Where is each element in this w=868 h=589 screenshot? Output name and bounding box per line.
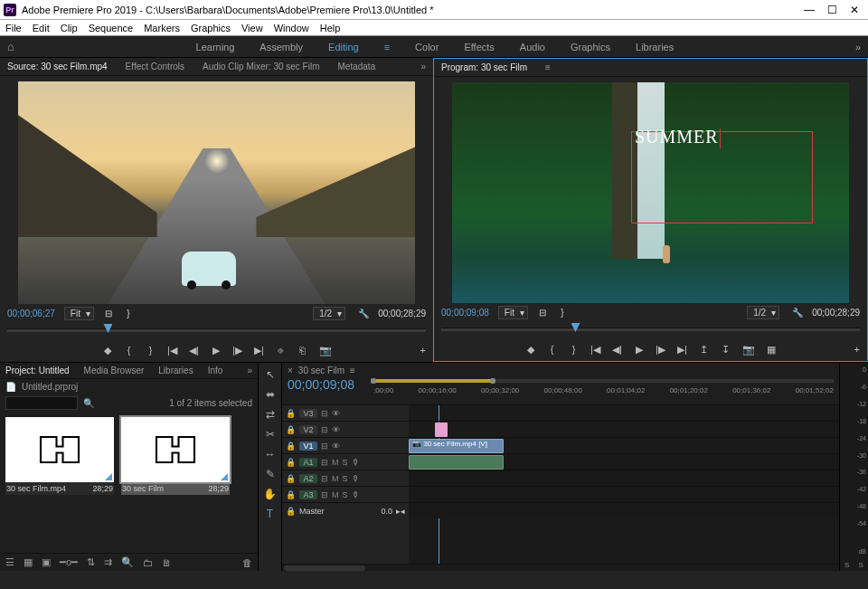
program-tab[interactable]: Program: 30 sec Film	[441, 62, 527, 72]
solo-left-button[interactable]: S	[844, 561, 849, 569]
button-editor-icon[interactable]: +	[854, 344, 860, 355]
search-icon[interactable]: 🔍	[83, 398, 94, 408]
menu-clip[interactable]: Clip	[61, 23, 78, 33]
mark-in-button[interactable]: {	[547, 344, 558, 355]
slip-tool-icon[interactable]: ↔	[265, 448, 276, 461]
sort-icon[interactable]: ⇅	[87, 556, 95, 568]
audio-clip[interactable]	[409, 455, 504, 470]
tab-info[interactable]: Info	[208, 366, 223, 375]
audio-track-header[interactable]: 🔒A1⊟MS🎙	[282, 453, 409, 470]
solo-right-button[interactable]: S	[859, 561, 863, 569]
title-text-overlay[interactable]: SUMMER	[635, 127, 721, 148]
delete-icon[interactable]: 🗑	[242, 557, 252, 568]
bin-item[interactable]: 30 sec Film.mp428;29	[5, 417, 114, 547]
export-frame-button[interactable]: 📷	[319, 345, 332, 356]
workspace-assembly[interactable]: Assembly	[259, 42, 303, 52]
go-to-out-button[interactable]: ▶|	[677, 344, 688, 356]
zoom-slider[interactable]: ━o━	[60, 556, 78, 568]
lift-button[interactable]: ↥	[699, 344, 710, 356]
ruler-icon[interactable]: ⊟	[537, 308, 548, 318]
find-icon[interactable]: 🔍	[121, 556, 134, 568]
workspace-libraries[interactable]: Libraries	[636, 42, 674, 52]
menu-sequence[interactable]: Sequence	[89, 23, 134, 33]
io-out-icon[interactable]: }	[557, 308, 568, 318]
workspace-overflow-icon[interactable]: »	[855, 42, 861, 52]
sequence-tab-menu-icon[interactable]: ≡	[350, 366, 355, 375]
menu-window[interactable]: Window	[274, 23, 309, 33]
extract-button[interactable]: ↧	[721, 344, 731, 356]
play-button[interactable]: ▶	[211, 345, 222, 356]
hand-tool-icon[interactable]: ✋	[263, 488, 277, 500]
program-scrubber[interactable]	[441, 321, 860, 337]
sequence-tab[interactable]: 30 sec Film	[298, 366, 344, 375]
export-frame-button[interactable]: 📷	[742, 344, 755, 356]
add-marker-button[interactable]: ◆	[102, 345, 113, 356]
new-bin-icon[interactable]: 🗀	[143, 557, 153, 568]
menu-help[interactable]: Help	[320, 23, 341, 33]
timeline-zoom-bar[interactable]	[373, 379, 834, 383]
panel-overflow-icon[interactable]: »	[420, 62, 426, 71]
menu-graphics[interactable]: Graphics	[191, 23, 231, 33]
tab-effect-controls[interactable]: Effect Controls	[126, 62, 184, 71]
workspace-effects[interactable]: Effects	[464, 42, 494, 52]
button-editor-icon[interactable]: +	[420, 345, 426, 356]
bin-item[interactable]: 30 sec Film28;29	[121, 417, 230, 547]
step-forward-button[interactable]: |▶	[656, 344, 666, 356]
ripple-edit-tool-icon[interactable]: ⇄	[266, 408, 275, 421]
icon-view-icon[interactable]: ▦	[24, 556, 33, 568]
graphic-clip[interactable]	[435, 423, 448, 437]
minimize-button[interactable]: —	[804, 4, 815, 16]
tab-metadata[interactable]: Metadata	[338, 62, 376, 71]
settings-icon[interactable]: 🔧	[792, 308, 803, 318]
step-back-button[interactable]: ◀|	[189, 345, 200, 356]
video-track-header[interactable]: 🔒V1⊟👁	[282, 437, 409, 453]
source-scrubber[interactable]	[7, 322, 426, 338]
workspace-editing[interactable]: Editing	[328, 42, 359, 52]
workspace-graphics[interactable]: Graphics	[571, 42, 610, 52]
comparison-view-button[interactable]: ▦	[766, 344, 777, 356]
type-tool-icon[interactable]: T	[267, 508, 273, 520]
sequence-thumbnail[interactable]	[121, 417, 230, 482]
razor-tool-icon[interactable]: ✂	[266, 428, 275, 441]
source-timecode-in[interactable]: 00;00;06;27	[7, 309, 55, 318]
program-viewport[interactable]: SUMMER	[434, 77, 867, 303]
list-view-icon[interactable]: ☰	[5, 556, 14, 568]
tab-libraries[interactable]: Libraries	[158, 366, 193, 375]
clip-thumbnail[interactable]	[5, 417, 114, 482]
program-zoom-dropdown[interactable]: Fit	[498, 306, 528, 319]
program-timecode-in[interactable]: 00;00;09;08	[441, 308, 489, 318]
automate-icon[interactable]: ⇉	[104, 556, 112, 568]
tab-media-browser[interactable]: Media Browser	[84, 366, 145, 375]
pen-tool-icon[interactable]: ✎	[266, 468, 275, 480]
add-marker-button[interactable]: ◆	[525, 344, 536, 356]
new-item-icon[interactable]: 🗎	[162, 557, 172, 568]
source-tab[interactable]: Source: 30 sec Film.mp4	[7, 62, 108, 71]
step-back-button[interactable]: ◀|	[612, 344, 623, 356]
selection-tool-icon[interactable]: ↖	[266, 368, 275, 381]
go-to-in-button[interactable]: |◀	[167, 345, 178, 356]
ruler-icon[interactable]: ⊟	[103, 309, 114, 318]
tab-audio-clip-mixer[interactable]: Audio Clip Mixer: 30 sec Film	[203, 62, 319, 71]
source-res-dropdown[interactable]: 1/2	[313, 307, 345, 320]
timeline-close-icon[interactable]: ×	[288, 366, 293, 375]
video-clip[interactable]: 📷 30 sec Film.mp4 [V]	[409, 439, 504, 453]
maximize-button[interactable]: ☐	[827, 4, 837, 16]
source-viewport[interactable]	[0, 76, 433, 304]
workspace-color[interactable]: Color	[415, 42, 439, 52]
insert-button[interactable]: ⎆	[276, 345, 287, 356]
go-to-out-button[interactable]: ▶|	[254, 345, 265, 356]
project-search-input[interactable]	[5, 396, 78, 410]
settings-icon[interactable]: 🔧	[358, 309, 369, 318]
menu-markers[interactable]: Markers	[144, 23, 180, 33]
audio-track-header[interactable]: 🔒A2⊟MS🎙	[282, 470, 409, 486]
video-track-header[interactable]: 🔒V3⊟👁	[282, 404, 409, 421]
workspace-learning[interactable]: Learning	[196, 42, 235, 52]
source-zoom-dropdown[interactable]: Fit	[64, 307, 94, 320]
home-icon[interactable]: ⌂	[7, 40, 14, 53]
menu-edit[interactable]: Edit	[33, 23, 50, 33]
close-button[interactable]: ✕	[850, 4, 859, 16]
io-out-icon[interactable]: }	[123, 309, 134, 318]
timeline-timecode[interactable]: 00;00;09;08	[288, 377, 364, 392]
mark-in-button[interactable]: {	[124, 345, 135, 356]
mark-out-button[interactable]: }	[146, 345, 156, 356]
